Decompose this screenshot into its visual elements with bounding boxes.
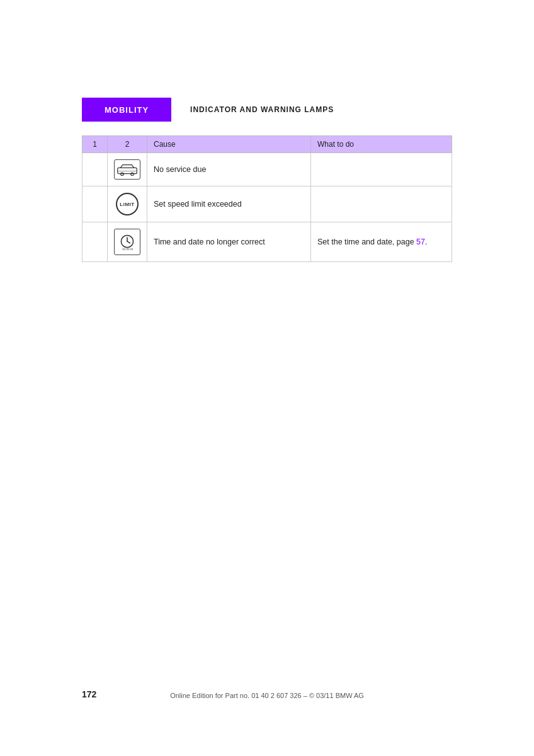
table-header-what: What to do <box>311 136 452 153</box>
svg-line-6 <box>127 241 130 243</box>
svg-text:00.00.00: 00.00.00 <box>122 248 134 251</box>
table-header-cause: Cause <box>147 136 311 153</box>
section-title: INDICATOR AND WARNING LAMPS <box>190 105 334 114</box>
clock-icon: 00.00.00 <box>118 233 136 251</box>
row3-link[interactable]: 57 <box>416 238 425 246</box>
row3-what-suffix: . <box>425 238 427 246</box>
mobility-left-bar <box>82 98 87 122</box>
row1-what <box>311 153 452 186</box>
mobility-right-bar <box>166 98 171 122</box>
main-table: 1 2 Cause What to do <box>82 135 452 262</box>
header-section: MOBILITY INDICATOR AND WARNING LAMPS <box>82 98 452 122</box>
row2-what <box>311 186 452 222</box>
row1-icon-cell <box>108 153 147 186</box>
table-row: LIMIT Set speed limit exceeded <box>82 186 452 222</box>
table-header-col2: 2 <box>108 136 147 153</box>
mobility-tab: MOBILITY <box>82 98 171 122</box>
limit-icon: LIMIT <box>116 193 139 215</box>
row2-cause: Set speed limit exceeded <box>147 186 311 222</box>
svg-point-1 <box>121 173 124 176</box>
row3-what-text: Set the time and date, page <box>317 238 416 246</box>
svg-point-2 <box>131 173 134 176</box>
row1-cause: No service due <box>147 153 311 186</box>
car-icon-box <box>114 159 140 180</box>
mobility-label: MOBILITY <box>87 98 166 122</box>
row1-col1 <box>82 153 108 186</box>
table-row: No service due <box>82 153 452 186</box>
row3-col1 <box>82 222 108 262</box>
row2-col1 <box>82 186 108 222</box>
table-row: 00.00.00 Time and date no longer correct… <box>82 222 452 262</box>
row3-what: Set the time and date, page 57. <box>311 222 452 262</box>
row3-icon-cell: 00.00.00 <box>108 222 147 262</box>
row2-icon-cell: LIMIT <box>108 186 147 222</box>
clock-icon-wrapper: 00.00.00 <box>114 229 140 255</box>
car-icon <box>117 163 137 176</box>
table-header-col1: 1 <box>82 136 108 153</box>
svg-rect-0 <box>118 168 137 173</box>
row3-cause: Time and date no longer correct <box>147 222 311 262</box>
footer-text: Online Edition for Part no. 01 40 2 607 … <box>0 692 534 699</box>
page-container: MOBILITY INDICATOR AND WARNING LAMPS 1 2… <box>0 0 534 756</box>
